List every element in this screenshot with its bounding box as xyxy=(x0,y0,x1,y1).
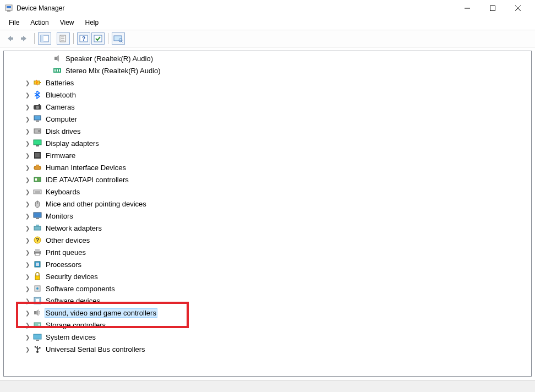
storage-icon xyxy=(32,320,42,329)
device-category-item[interactable]: ❯Storage controllers xyxy=(4,319,531,331)
device-category-item[interactable]: ❯Processors xyxy=(4,258,531,270)
device-category-item[interactable]: ❯Disk drives xyxy=(4,125,531,137)
device-category-item[interactable]: ❯Display adapters xyxy=(4,137,531,149)
expander-icon[interactable]: ❯ xyxy=(24,79,31,86)
expander-icon[interactable]: ❯ xyxy=(24,115,31,123)
device-leaf-item[interactable]: Speaker (Realtek(R) Audio) xyxy=(4,52,531,64)
svg-rect-30 xyxy=(39,104,40,105)
device-leaf-item[interactable]: Stereo Mix (Realtek(R) Audio) xyxy=(4,64,531,77)
svg-rect-32 xyxy=(36,121,39,122)
menu-view[interactable]: View xyxy=(56,18,79,28)
close-button[interactable] xyxy=(505,0,531,17)
forward-button[interactable] xyxy=(18,32,31,45)
category-label: Display adapters xyxy=(45,139,100,148)
device-category-item[interactable]: ❯Cameras xyxy=(4,101,531,113)
hid-icon xyxy=(32,163,42,172)
arrow-right-icon xyxy=(20,35,29,42)
svg-text:?: ? xyxy=(82,36,85,42)
device-label: Stereo Mix (Realtek(R) Audio) xyxy=(64,66,162,75)
expander-icon[interactable]: ❯ xyxy=(24,285,31,292)
arrow-left-icon xyxy=(6,35,14,42)
device-category-item[interactable]: ❯Monitors xyxy=(4,210,531,222)
device-category-item[interactable]: ❯Mice and other pointing devices xyxy=(4,198,531,210)
keyboard-icon xyxy=(32,187,42,196)
menu-action[interactable]: Action xyxy=(26,18,53,28)
device-category-item[interactable]: ❯?Other devices xyxy=(4,234,531,246)
expander-icon[interactable]: ❯ xyxy=(24,188,31,195)
svg-rect-7 xyxy=(10,37,13,40)
menu-file[interactable]: File xyxy=(4,18,24,28)
category-label: Software devices xyxy=(45,296,101,306)
device-category-item[interactable]: ❯System devices xyxy=(4,331,531,343)
device-category-item[interactable]: ❯Computer xyxy=(4,113,531,125)
minimize-button[interactable] xyxy=(455,0,480,17)
sound-icon xyxy=(32,308,42,317)
expander-icon[interactable]: ❯ xyxy=(24,139,31,147)
device-category-item[interactable]: ❯Security devices xyxy=(4,270,531,282)
expander-icon[interactable]: ❯ xyxy=(24,127,31,135)
svg-point-34 xyxy=(38,130,40,132)
category-label: Human Interface Devices xyxy=(45,163,127,172)
expander-icon[interactable]: ❯ xyxy=(24,248,31,256)
back-button[interactable] xyxy=(3,32,17,45)
device-category-item[interactable]: ❯Sound, video and game controllers xyxy=(4,307,531,319)
expander-icon[interactable]: ❯ xyxy=(24,273,31,280)
svg-point-29 xyxy=(36,106,39,109)
expander-icon[interactable]: ❯ xyxy=(24,309,31,317)
expander-icon[interactable]: ❯ xyxy=(24,151,31,159)
device-category-item[interactable]: ❯Network adapters xyxy=(4,222,531,234)
device-category-item[interactable]: ❯Firmware xyxy=(4,149,531,161)
expander-icon[interactable]: ❯ xyxy=(24,236,31,244)
svg-rect-40 xyxy=(36,165,39,167)
expander-icon[interactable]: ❯ xyxy=(24,260,31,268)
expander-icon[interactable]: ❯ xyxy=(24,224,31,232)
device-category-item[interactable]: ❯Universal Serial Bus controllers xyxy=(4,343,531,355)
device-category-item[interactable]: ❯IDE ATA/ATAPI controllers xyxy=(4,173,531,186)
properties-icon xyxy=(59,35,68,42)
svg-rect-31 xyxy=(34,116,41,120)
scan-hardware-button[interactable] xyxy=(91,32,105,45)
expander-icon[interactable]: ❯ xyxy=(24,103,31,111)
device-category-item[interactable]: ❯Human Interface Devices xyxy=(4,161,531,173)
security-icon xyxy=(32,272,42,281)
help-button[interactable]: ? xyxy=(77,32,90,45)
expander-icon[interactable]: ❯ xyxy=(24,297,31,304)
expander-icon[interactable]: ❯ xyxy=(24,212,31,220)
svg-rect-18 xyxy=(114,36,122,41)
expander-icon[interactable]: ❯ xyxy=(24,176,31,183)
firmware-icon xyxy=(32,151,42,160)
device-category-item[interactable]: ❯Software components xyxy=(4,282,531,295)
expander-icon[interactable]: ❯ xyxy=(24,333,31,341)
properties-button[interactable] xyxy=(57,32,70,45)
svg-rect-1 xyxy=(7,6,11,8)
device-category-item[interactable]: ❯Keyboards xyxy=(4,186,531,198)
category-label: Mice and other pointing devices xyxy=(45,199,148,209)
menu-help[interactable]: Help xyxy=(81,18,103,28)
expander-icon[interactable]: ❯ xyxy=(24,321,31,329)
device-category-item[interactable]: ❯Print queues xyxy=(4,246,531,258)
svg-rect-48 xyxy=(34,213,41,217)
device-category-item[interactable]: ❯Batteries xyxy=(4,77,531,89)
expander-icon[interactable]: ❯ xyxy=(24,91,31,99)
app-icon xyxy=(4,4,13,13)
category-label: Computer xyxy=(45,115,78,124)
mouse-icon xyxy=(32,199,42,208)
expander-icon[interactable]: ❯ xyxy=(24,200,31,208)
expander-icon[interactable]: ❯ xyxy=(24,345,31,353)
add-legacy-hardware-button[interactable] xyxy=(112,32,125,45)
device-category-item[interactable]: ❯Bluetooth xyxy=(4,89,531,101)
show-hide-console-tree-button[interactable] xyxy=(38,32,51,45)
maximize-button[interactable] xyxy=(480,0,505,17)
category-label: Universal Serial Bus controllers xyxy=(45,345,146,354)
other-icon: ? xyxy=(32,236,42,244)
help-icon: ? xyxy=(79,35,88,42)
device-tree[interactable]: Speaker (Realtek(R) Audio)Stereo Mix (Re… xyxy=(4,51,531,376)
svg-rect-10 xyxy=(41,35,43,42)
svg-rect-64 xyxy=(34,311,36,314)
svg-rect-2 xyxy=(7,10,10,12)
svg-rect-8 xyxy=(21,37,24,40)
device-category-item[interactable]: ❯Software devices xyxy=(4,295,531,307)
scan-icon xyxy=(94,35,102,42)
expander-icon[interactable]: ❯ xyxy=(24,164,31,171)
softwarecomp-icon xyxy=(32,284,42,293)
